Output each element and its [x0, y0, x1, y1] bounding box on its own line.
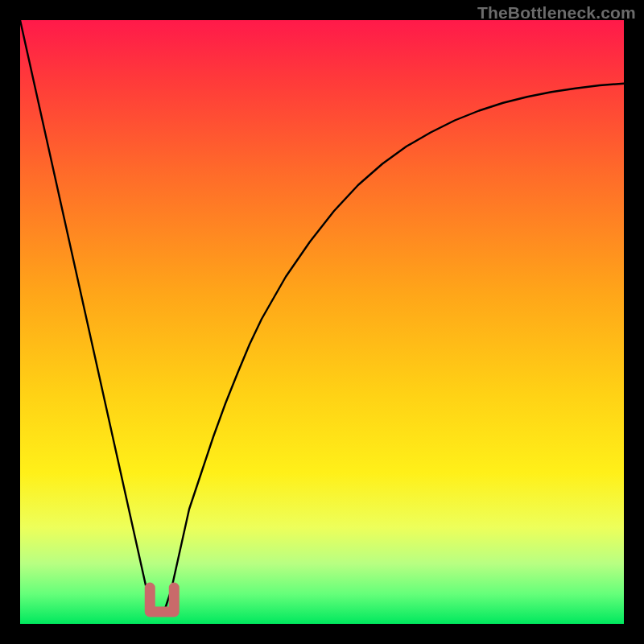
curve-layer	[20, 20, 624, 624]
chart-stage: TheBottleneck.com	[0, 0, 644, 644]
optimal-region-marker	[150, 588, 174, 612]
bottleneck-curve	[20, 20, 624, 611]
plot-area	[20, 20, 624, 624]
